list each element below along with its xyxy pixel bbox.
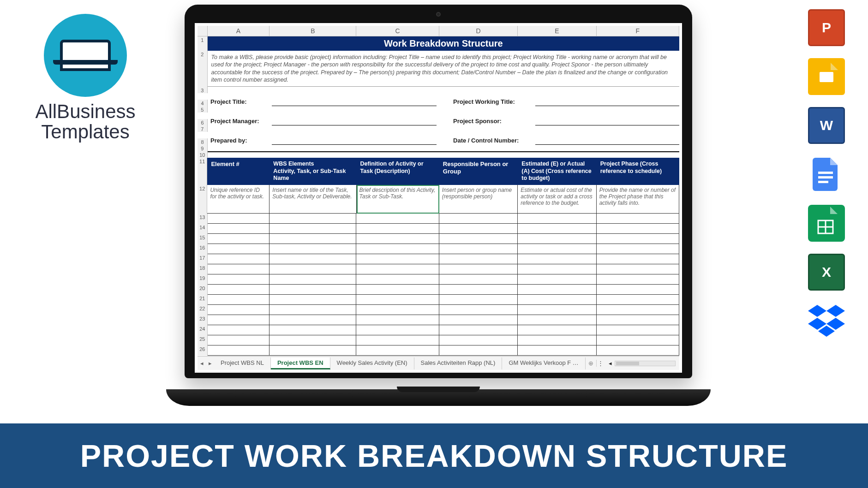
cell[interactable] (518, 325, 596, 335)
cell[interactable] (356, 234, 439, 244)
input-project-title[interactable] (272, 93, 437, 106)
row-number[interactable]: 1 (198, 36, 208, 51)
cell[interactable] (597, 254, 679, 264)
cell[interactable] (269, 345, 356, 356)
col-header-E[interactable]: E (518, 26, 596, 36)
sheet-tab[interactable]: Project WBS EN (271, 357, 330, 369)
cell[interactable] (269, 254, 356, 264)
cell[interactable] (439, 295, 518, 305)
cell[interactable] (356, 244, 439, 254)
cell[interactable] (439, 315, 518, 325)
dropbox-icon[interactable] (808, 303, 845, 339)
cell[interactable] (356, 335, 439, 345)
cell[interactable] (208, 254, 270, 264)
cell[interactable] (356, 325, 439, 335)
input-project-sponsor[interactable] (535, 113, 679, 125)
cell[interactable] (269, 335, 356, 345)
cell[interactable] (518, 244, 596, 254)
tab-nav-first[interactable]: ◂ (198, 360, 206, 367)
cell[interactable] (356, 295, 439, 305)
col-header-F[interactable]: F (597, 26, 679, 36)
cell[interactable] (597, 274, 679, 285)
cell[interactable] (208, 315, 270, 325)
cell[interactable] (597, 244, 679, 254)
cell[interactable] (356, 315, 439, 325)
table-desc-element[interactable]: Unique reference ID for the activity or … (207, 185, 269, 214)
cell[interactable] (597, 285, 679, 295)
cell[interactable] (208, 244, 270, 254)
cell[interactable] (269, 224, 356, 234)
cell[interactable] (439, 335, 518, 345)
cell[interactable] (439, 224, 518, 234)
cell[interactable] (518, 315, 596, 325)
cell[interactable] (597, 345, 679, 356)
cell[interactable] (356, 274, 439, 285)
word-icon[interactable]: W (808, 107, 845, 144)
cell[interactable] (269, 214, 356, 224)
cell[interactable] (439, 214, 518, 224)
cell[interactable] (597, 335, 679, 345)
horizontal-scrollbar[interactable]: ◂ (605, 360, 679, 367)
cell[interactable] (597, 305, 679, 315)
cell[interactable] (356, 345, 439, 356)
col-header-B[interactable]: B (269, 26, 356, 36)
table-desc-responsible[interactable]: Insert person or group name (responsible… (439, 185, 518, 214)
powerpoint-icon[interactable]: P (808, 9, 845, 46)
cell[interactable] (208, 274, 270, 285)
cell[interactable] (208, 335, 270, 345)
input-prepared-by[interactable] (272, 132, 437, 145)
table-desc-definition[interactable]: Brief description of this Activity, Task… (357, 185, 439, 214)
cell[interactable] (269, 305, 356, 315)
cell[interactable] (518, 214, 596, 224)
sheet-tab[interactable]: Sales Activiteiten Rapp (NL) (414, 357, 503, 369)
cell[interactable] (269, 295, 356, 305)
cell[interactable] (439, 325, 518, 335)
google-slides-icon[interactable] (808, 58, 845, 95)
input-project-working-title[interactable] (535, 93, 679, 106)
cell[interactable] (439, 234, 518, 244)
cell[interactable] (518, 254, 596, 264)
cell[interactable] (356, 224, 439, 234)
cell[interactable] (518, 335, 596, 345)
cell[interactable] (208, 234, 270, 244)
cell[interactable] (439, 345, 518, 356)
table-desc-cost[interactable]: Estimate or actual cost of the activity … (518, 185, 596, 214)
cell[interactable] (597, 214, 679, 224)
cell[interactable] (597, 315, 679, 325)
cell[interactable] (208, 345, 270, 356)
cell[interactable] (597, 295, 679, 305)
cell[interactable] (518, 345, 596, 356)
cell[interactable] (518, 285, 596, 295)
input-project-manager[interactable] (272, 113, 437, 125)
cell[interactable] (269, 264, 356, 274)
cell[interactable] (269, 274, 356, 285)
cell[interactable] (439, 254, 518, 264)
cell[interactable] (518, 295, 596, 305)
excel-icon[interactable]: X (808, 254, 845, 291)
cell[interactable] (439, 285, 518, 295)
cell[interactable] (518, 264, 596, 274)
cell[interactable] (269, 234, 356, 244)
cell[interactable] (208, 264, 270, 274)
cell[interactable] (356, 285, 439, 295)
cell[interactable] (518, 305, 596, 315)
cell[interactable] (269, 325, 356, 335)
cell[interactable] (269, 285, 356, 295)
cell[interactable] (439, 264, 518, 274)
col-header-A[interactable]: A (208, 26, 270, 36)
cell[interactable] (208, 224, 270, 234)
cell[interactable] (518, 234, 596, 244)
col-header-D[interactable]: D (439, 26, 518, 36)
cell[interactable] (356, 264, 439, 274)
sheet-tab[interactable]: Weekly Sales Activity (EN) (330, 357, 414, 369)
cell[interactable] (518, 224, 596, 234)
cell[interactable] (269, 315, 356, 325)
table-desc-phase[interactable]: Provide the name or number of the Projec… (597, 185, 679, 214)
cell[interactable] (597, 234, 679, 244)
cell[interactable] (439, 305, 518, 315)
cell[interactable] (208, 214, 270, 224)
cell[interactable] (269, 244, 356, 254)
cell[interactable] (439, 274, 518, 285)
sheet-tab[interactable]: Project WBS NL (214, 357, 271, 369)
cell[interactable] (597, 325, 679, 335)
